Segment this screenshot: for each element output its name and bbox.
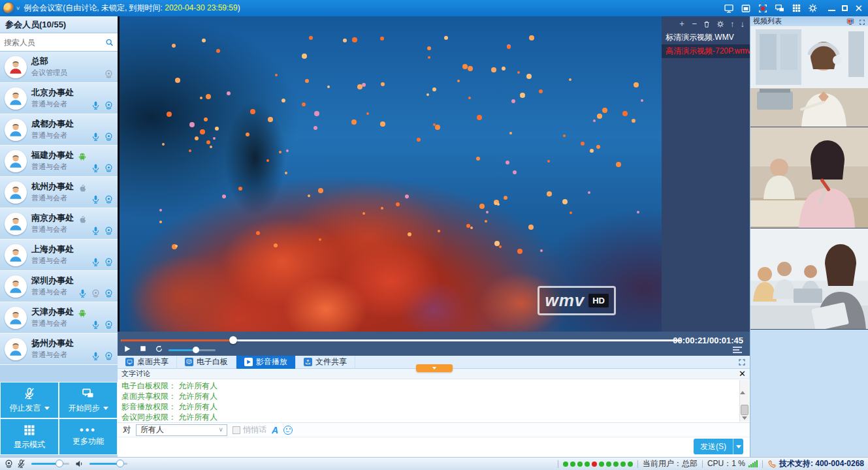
playlist-remove-icon[interactable]: − (692, 19, 697, 29)
action-button[interactable]: 显示模式 (1, 419, 58, 454)
replay-button[interactable] (155, 345, 163, 353)
send-button[interactable]: 发送(S) (694, 439, 733, 454)
dropdown-arrow-icon[interactable] (103, 407, 108, 410)
app-share-icon[interactable] (741, 3, 751, 14)
speaker-icon[interactable] (74, 459, 84, 469)
dropdown-arrow-icon[interactable] (44, 407, 50, 410)
video-canvas[interactable]: wmv HD (120, 16, 662, 332)
tab-desktop-share[interactable]: 桌面共享 (118, 356, 177, 369)
pulldown-handle[interactable] (416, 364, 453, 372)
search-input[interactable] (4, 38, 105, 47)
participant-row[interactable]: 成都办事处 普通与会者 (0, 114, 118, 146)
participant-row[interactable]: 上海办事处 普通与会者 (0, 240, 118, 271)
player-volume-slider[interactable] (169, 349, 216, 351)
panel-expand-icon[interactable] (859, 17, 865, 25)
video-thumbnail[interactable] (750, 127, 868, 228)
tab-whiteboard[interactable]: 电子白板 (177, 356, 236, 369)
stop-button[interactable] (139, 345, 147, 352)
playlist-toggle-icon[interactable] (733, 347, 742, 353)
chat-expand-icon[interactable] (738, 358, 746, 367)
playlist-file[interactable]: 高清演示视频-720P.wmv删除 (662, 44, 750, 58)
main-menu-chevron-icon[interactable]: ˅ (16, 5, 20, 12)
participant-row[interactable]: 福建办事处 普通与会者 (0, 146, 118, 177)
mic-icon[interactable] (91, 132, 101, 142)
seek-bar[interactable] (121, 339, 681, 341)
camera-icon[interactable] (104, 163, 114, 173)
cpu-label: CPU：1 % (707, 458, 745, 469)
playlist-trash-icon[interactable] (703, 19, 711, 29)
camera-icon[interactable] (104, 351, 114, 361)
avatar (5, 307, 27, 329)
chat-close-icon[interactable]: ✕ (739, 371, 746, 377)
participant-row[interactable]: 北京办事处 普通与会者 (0, 83, 118, 114)
status-dot (628, 462, 633, 467)
whisper-checkbox[interactable] (233, 426, 240, 434)
camera-icon[interactable] (104, 101, 114, 110)
chat-input-area[interactable]: 发送(S) (118, 437, 750, 457)
participant-row[interactable]: 杭州办事处 普通与会者 (0, 177, 118, 208)
display-grid-icon[interactable] (792, 3, 801, 13)
mic-icon[interactable] (91, 163, 101, 173)
action-button[interactable]: 开始同步 (59, 383, 117, 418)
camera-gray-icon[interactable] (91, 289, 101, 298)
play-button[interactable] (123, 345, 131, 353)
playlist-add-icon[interactable]: ＋ (677, 18, 686, 29)
playlist-file[interactable]: 标清演示视频.WMV (662, 31, 750, 44)
local-camera-icon[interactable] (4, 459, 14, 469)
mic-icon[interactable] (91, 257, 101, 267)
camera-icon[interactable] (104, 257, 114, 267)
camera-icon[interactable] (104, 132, 114, 142)
tab-media-play[interactable]: 影音播放 (236, 356, 296, 369)
layout-grid-icon (23, 424, 36, 437)
minimize-button[interactable] (828, 5, 835, 11)
screen-share-icon[interactable] (724, 3, 734, 14)
camera-icon[interactable] (104, 289, 114, 298)
camera-icon[interactable] (104, 195, 114, 204)
participant-role: 普通与会者 (31, 225, 67, 234)
send-options-arrow[interactable] (733, 439, 743, 454)
search-icon[interactable] (105, 37, 114, 48)
chat-scrollbar[interactable] (739, 380, 749, 422)
video-mode-icon[interactable] (846, 17, 855, 25)
camera-icon[interactable] (104, 320, 114, 330)
participant-row[interactable]: 深圳办事处 普通与会者 (0, 271, 118, 302)
emoji-icon[interactable] (283, 426, 293, 435)
playlist-move-down-icon[interactable]: ↓ (741, 19, 745, 29)
action-button[interactable]: 停止发言 (1, 383, 58, 418)
action-button[interactable]: ••• 更多功能 (59, 419, 117, 454)
participant-row[interactable]: 天津办事处 普通与会者 (0, 302, 118, 334)
network-sync-icon[interactable] (775, 3, 785, 14)
participant-row[interactable]: 扬州办事处 普通与会者 (0, 334, 118, 365)
close-button[interactable]: ✕ (854, 5, 863, 12)
settings-gear-icon[interactable] (808, 3, 818, 13)
font-button[interactable]: A (272, 425, 278, 435)
camera-icon[interactable] (104, 226, 114, 236)
feature-tabs-bar: 桌面共享电子白板影音播放文件共享 (118, 356, 750, 369)
maximize-button[interactable] (842, 5, 848, 11)
meeting-window: ˅ 例会会议室(自由讨论, 未锁定, 到期时间: 2020-04-30 23:5… (0, 0, 868, 470)
camera-gray-icon[interactable] (104, 69, 114, 79)
tab-file-share[interactable]: 文件共享 (296, 356, 355, 369)
mic-icon[interactable] (91, 320, 101, 330)
whisper-label: 悄悄话 (243, 424, 266, 435)
mic-icon[interactable] (91, 226, 101, 236)
video-thumbnail[interactable] (750, 26, 868, 127)
local-mic-muted-icon[interactable] (16, 459, 26, 469)
record-icon[interactable] (758, 3, 768, 14)
mic-icon[interactable] (91, 195, 101, 204)
participant-name: 杭州办事处 (31, 181, 74, 193)
recipient-dropdown[interactable]: 所有人˅ (136, 424, 227, 436)
speaker-volume-slider[interactable] (89, 463, 127, 465)
mic-volume-slider[interactable] (31, 463, 69, 465)
mic-icon[interactable] (78, 289, 88, 298)
apple-platform-icon (78, 181, 87, 193)
volume-thumb[interactable] (193, 347, 199, 353)
participant-row[interactable]: 南京办事处 普通与会者 (0, 208, 118, 240)
mic-icon[interactable] (91, 351, 101, 361)
video-thumbnail[interactable] (750, 228, 868, 330)
seek-thumb[interactable] (229, 336, 237, 344)
playlist-move-up-icon[interactable]: ↑ (730, 19, 735, 29)
playlist-settings-icon[interactable] (716, 19, 724, 29)
participant-row[interactable]: 总部 会议管理员 (0, 52, 118, 83)
mic-icon[interactable] (91, 101, 101, 110)
